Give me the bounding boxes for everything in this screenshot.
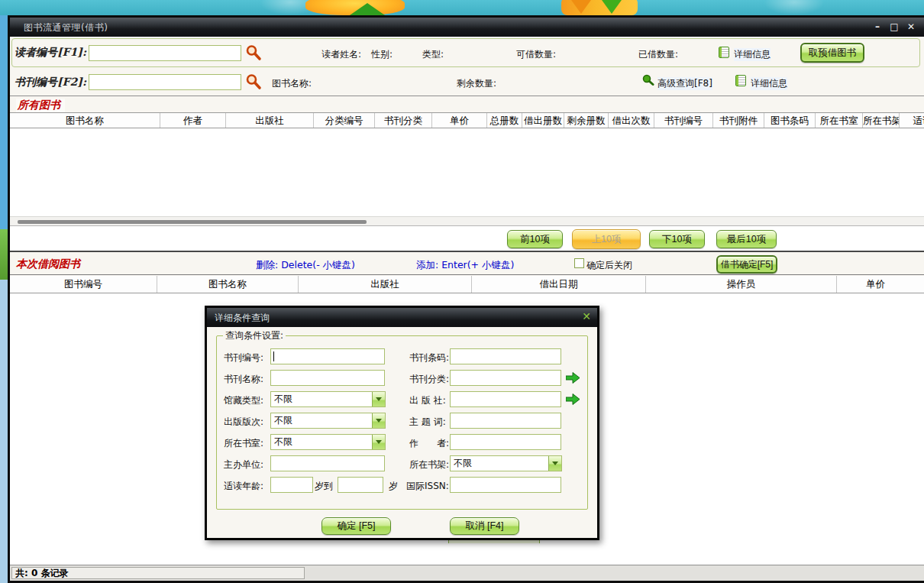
column-header[interactable]: 书刊分类 <box>375 113 432 128</box>
reader-search-icon[interactable] <box>245 44 262 61</box>
book-search-icon[interactable] <box>245 73 262 90</box>
column-header[interactable]: 总册数 <box>487 113 522 128</box>
minimize-button[interactable]: – <box>871 20 884 34</box>
reader-name-label: 读者姓名: <box>321 48 361 61</box>
dialog-ok-button[interactable]: 确定 [F5] <box>321 517 391 535</box>
organizer-field-label: 主办单位: <box>224 458 263 471</box>
author-field[interactable] <box>450 434 561 450</box>
category-pick-arrow-icon[interactable] <box>566 372 580 384</box>
column-header[interactable]: 书刊附件 <box>713 113 764 128</box>
wallpaper-upload-arrow-icon <box>347 3 387 15</box>
subject-field-label: 主 题 词: <box>409 416 446 429</box>
reader-id-label: 读者编号[F1]: <box>15 46 86 60</box>
age-field-label: 适读年龄: <box>224 480 263 493</box>
next10-button[interactable]: 下10项 <box>649 230 705 248</box>
room-select[interactable]: 不限 <box>270 434 386 450</box>
column-header[interactable]: 借出次数 <box>609 113 654 128</box>
chevron-down-icon <box>372 392 385 406</box>
desktop-wallpaper <box>0 0 924 15</box>
shelf-select[interactable]: 不限 <box>450 455 562 471</box>
detail-info-icon <box>719 47 729 58</box>
take-prebooked-button[interactable]: 取预借图书 <box>800 43 864 63</box>
detail-info-icon <box>735 75 746 86</box>
advanced-query-label: 高级查询[F8] <box>657 77 712 90</box>
dialog-title: 详细条件查询 <box>215 312 270 325</box>
dialog-cancel-button[interactable]: 取消 [F4] <box>450 517 519 535</box>
reader-type-label: 类型: <box>422 48 444 61</box>
all-books-table-body[interactable] <box>10 128 924 216</box>
chevron-down-icon <box>372 435 385 449</box>
issn-field-label: 国际ISSN: <box>406 480 449 493</box>
text-caret <box>273 351 274 361</box>
reader-id-input[interactable] <box>89 45 241 61</box>
dialog-titlebar[interactable]: 详细条件查询 ✕ <box>207 308 597 327</box>
column-header[interactable]: 剩余册数 <box>564 113 609 128</box>
window-title: 图书流通管理(借书) <box>24 21 108 34</box>
up10-button[interactable]: 上10项 <box>572 229 641 249</box>
column-header[interactable]: 单价 <box>837 276 924 293</box>
book-detail-label: 详细信息 <box>751 77 787 90</box>
book-id-field[interactable] <box>270 348 385 364</box>
column-header[interactable]: 作者 <box>160 113 226 128</box>
close-after-checkbox[interactable] <box>574 258 584 268</box>
horizontal-scrollbar[interactable] <box>10 216 924 225</box>
add-hint: 添加: Enter(+ 小键盘) <box>416 259 514 272</box>
age-from-field[interactable] <box>270 477 313 493</box>
borrowed-label: 已借数量: <box>638 48 678 61</box>
collection-type-select[interactable]: 不限 <box>270 391 386 407</box>
borrow-confirm-button[interactable]: 借书确定[F5] <box>716 255 777 274</box>
close-button[interactable]: ✕ <box>904 20 918 34</box>
all-books-table-header: 图书名称 作者 出版社 分类编号 书刊分类 单价 总册数 借出册数 剩余册数 借… <box>10 112 924 128</box>
column-header[interactable]: 分类编号 <box>314 113 375 128</box>
category-field[interactable] <box>450 370 561 386</box>
borrow-section-title: 本次借阅图书 <box>16 257 80 271</box>
publisher-pick-arrow-icon[interactable] <box>566 394 580 405</box>
pagination-bar: 前10项 上10项 下10项 最后10项 <box>10 225 924 252</box>
column-header[interactable]: 单价 <box>432 113 487 128</box>
borrow-table-header: 图书编号 图书名称 出版社 借出日期 操作员 单价 <box>10 276 924 293</box>
age-unit-label: 岁 <box>389 480 398 493</box>
issn-field[interactable] <box>450 477 561 493</box>
reader-detail-label: 详细信息 <box>734 48 771 61</box>
column-header[interactable]: 借出日期 <box>472 276 646 293</box>
wallpaper-download-arrow-icon <box>602 0 622 14</box>
wallpaper-ring <box>764 0 825 15</box>
prev10-button[interactable]: 前10项 <box>507 230 563 248</box>
age-to-field[interactable] <box>338 477 383 493</box>
window-titlebar[interactable]: 图书流通管理(借书) – □ ✕ <box>10 18 924 37</box>
publisher-field[interactable] <box>450 391 561 407</box>
column-header[interactable]: 所在书室 <box>816 113 863 128</box>
scrollbar-thumb[interactable] <box>18 220 367 224</box>
barcode-field[interactable] <box>450 348 561 364</box>
column-header[interactable]: 图书名称 <box>157 276 299 293</box>
query-conditions-legend: 查询条件设置: <box>223 329 286 342</box>
column-header[interactable]: 出版社 <box>226 113 314 128</box>
edition-select[interactable]: 不限 <box>270 413 386 429</box>
column-header[interactable]: 所在书架 <box>863 113 900 128</box>
organizer-field[interactable] <box>270 455 385 471</box>
column-header[interactable]: 适读 <box>900 113 924 128</box>
column-header[interactable]: 书刊编号 <box>654 113 713 128</box>
author-field-label: 作 者: <box>409 437 449 450</box>
query-conditions-group: 查询条件设置: 书刊编号: 书刊条码: 书刊名称: 书刊分类: 馆藏类型: 不限 <box>216 335 588 510</box>
column-header[interactable]: 出版社 <box>299 276 472 293</box>
column-header[interactable]: 借出册数 <box>522 113 564 128</box>
remain-qty-label: 剩余数量: <box>457 77 496 90</box>
dialog-close-icon[interactable]: ✕ <box>582 310 591 322</box>
wallpaper-download-arrow-icon <box>571 0 591 14</box>
column-header[interactable]: 图书编号 <box>10 276 157 293</box>
record-count: 共: 0 条记录 <box>11 567 305 579</box>
column-header[interactable]: 图书条码 <box>764 113 816 128</box>
book-name-field[interactable] <box>270 370 385 386</box>
maximize-button[interactable]: □ <box>887 20 901 34</box>
detail-query-dialog: 详细条件查询 ✕ 查询条件设置: 书刊编号: 书刊条码: 书刊名称: 书刊分类:… <box>205 306 599 540</box>
last10-button[interactable]: 最后10项 <box>716 230 777 248</box>
column-header[interactable]: 图书名称 <box>10 113 160 128</box>
subject-field[interactable] <box>450 413 561 429</box>
book-id-input[interactable] <box>89 74 241 90</box>
column-header[interactable]: 操作员 <box>646 276 837 293</box>
select-value: 不限 <box>271 414 372 427</box>
shelf-field-label: 所在书架: <box>409 458 449 471</box>
close-after-label: 确定后关闭 <box>586 259 632 272</box>
barcode-field-label: 书刊条码: <box>409 351 449 364</box>
